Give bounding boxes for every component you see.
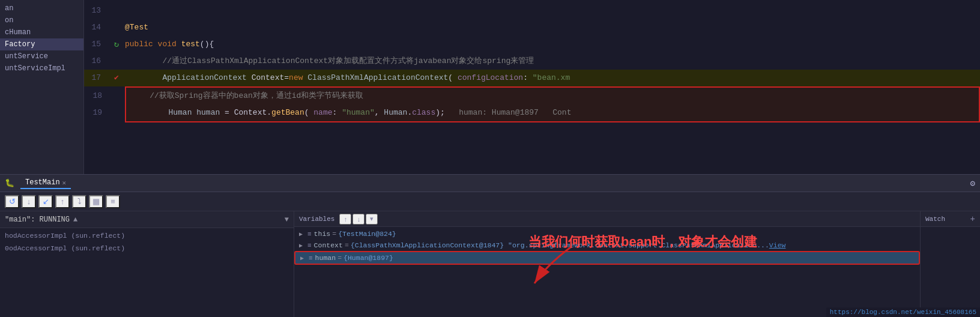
thread-label: "main": RUNNING [5, 216, 70, 224]
var-down-button[interactable]: ↓ [352, 214, 364, 225]
variables-panel: 当我们何时获取bean时，对象才会创建 Variables ↑ ↓ ▾ [294, 211, 920, 317]
stack-panel: "main": RUNNING ▲ ▼ hodAccessorImpl (sun… [0, 211, 294, 317]
var-filter-button[interactable]: ▾ [366, 214, 378, 225]
sidebar-item-untservice[interactable]: untService [0, 50, 83, 62]
var-name-this: this [314, 230, 331, 238]
var-item-human[interactable]: ▶ ≡ human = {Human@1897} [294, 251, 920, 265]
step-over-button[interactable]: ↓ [22, 195, 36, 208]
code-line-14: 14 @Test [84, 19, 980, 36]
sidebar-item-on[interactable]: on [0, 14, 83, 26]
url-bar: https://blog.csdn.net/weixin_45608165 [826, 307, 980, 317]
debug-toolbar: ↺ ↓ ↙ ↑ ⤵ ▦ ≡ [0, 192, 980, 211]
code-lines: 13 14 @Test 15 ↻ public void test(){ 16 [84, 0, 980, 125]
breakpoint-icon: ✔ [114, 70, 119, 86]
code-line-13: 13 [84, 2, 980, 19]
sidebar-item-chuman[interactable]: cHuman [0, 26, 83, 38]
code-panel: 13 14 @Test 15 ↻ public void test(){ 16 [84, 0, 980, 174]
stack-frames-list: hodAccessorImpl (sun.reflect) 0odAccesso… [0, 228, 294, 256]
var-name-human: human [315, 254, 336, 262]
debug-tab-testmain[interactable]: TestMain ✕ [20, 177, 71, 189]
var-item-this[interactable]: ▶ ≡ this = {TestMain@824} [294, 228, 920, 240]
bottom-panels: "main": RUNNING ▲ ▼ hodAccessorImpl (sun… [0, 211, 980, 317]
frames-icon[interactable]: ▦ [89, 195, 103, 208]
debugger-section: 🐛 TestMain ✕ ⚙ ↺ ↓ ↙ ↑ ⤵ ▦ ≡ "main": RUN… [0, 174, 980, 317]
watch-header: Watch + [921, 211, 980, 227]
expand-icon-context[interactable]: ▶ [299, 242, 307, 249]
url-text: https://blog.csdn.net/weixin_45608165 [830, 309, 976, 316]
variables-title: Variables [299, 216, 334, 223]
top-area: an on cHuman Factory untService untServi… [0, 0, 980, 174]
filter-icon: ▼ [285, 216, 289, 224]
run-to-cursor-button[interactable]: ⤵ [72, 195, 86, 208]
code-line-18: //获取Spring容器中的bean对象，通过id和类字节码来获取 18 [125, 86, 980, 104]
expand-icon-this[interactable]: ▶ [299, 231, 307, 238]
dropdown-arrow-icon: ▲ [73, 216, 77, 224]
var-up-button[interactable]: ↑ [339, 214, 351, 225]
thread-dropdown[interactable]: "main": RUNNING ▲ ▼ [0, 211, 294, 228]
sidebar: an on cHuman Factory untService untServi… [0, 0, 84, 174]
var-value-human: {Human@1897} [343, 254, 393, 262]
sidebar-item-factory[interactable]: Factory [0, 38, 83, 50]
var-item-context[interactable]: ▶ ≡ Context = {ClassPathXmlApplicationCo… [294, 240, 920, 251]
var-toolbar: ↑ ↓ ▾ [339, 214, 378, 225]
debug-tab-label: TestMain [25, 178, 60, 187]
settings-icon[interactable]: ⚙ [970, 178, 975, 189]
expand-icon-human[interactable]: ▶ [300, 255, 309, 262]
step-out-button[interactable]: ↑ [55, 195, 70, 208]
watch-add-button[interactable]: + [970, 214, 975, 224]
var-type-icon-human: ≡ [309, 255, 313, 262]
step-into-button[interactable]: ↙ [38, 195, 53, 208]
watch-panel: Watch + [920, 211, 980, 317]
var-type-icon-this: ≡ [307, 231, 312, 238]
watch-title: Watch [925, 216, 945, 223]
var-name-context: Context [314, 241, 343, 249]
run-arrow-icon: ↻ [114, 36, 119, 53]
variables-list: ▶ ≡ this = {TestMain@824} ▶ ≡ Context = … [294, 227, 920, 266]
sidebar-item-untserviceimpl[interactable]: untServiceImpl [0, 62, 83, 74]
variables-header: Variables ↑ ↓ ▾ [294, 211, 920, 227]
code-line-17: 17 ✔ ApplicationContext Context=new Clas… [84, 70, 980, 86]
code-line-19: Human human = Context.getBean( name: "hu… [125, 104, 980, 122]
var-view-link-context[interactable]: View [769, 241, 786, 249]
restart-button[interactable]: ↺ [5, 195, 19, 208]
close-tab-icon[interactable]: ✕ [62, 179, 67, 187]
debug-icon: 🐛 [5, 178, 14, 188]
sidebar-item-an[interactable]: an [0, 2, 83, 14]
stack-frame-0[interactable]: hodAccessorImpl (sun.reflect) [0, 229, 294, 242]
code-line-16: 16 //通过ClassPathXmlApplicationContext对象加… [84, 53, 980, 70]
stack-frame-1[interactable]: 0odAccessorImpl (sun.reflect) [0, 242, 294, 255]
var-value-this: {TestMain@824} [338, 230, 396, 238]
debugger-header: 🐛 TestMain ✕ ⚙ [0, 174, 980, 192]
eval-button[interactable]: ≡ [106, 195, 120, 208]
var-value-context: {ClassPathXmlApplicationContext@1847} "o… [351, 241, 769, 249]
var-type-icon-context: ≡ [307, 242, 312, 249]
code-line-15: 15 ↻ public void test(){ [84, 36, 980, 53]
